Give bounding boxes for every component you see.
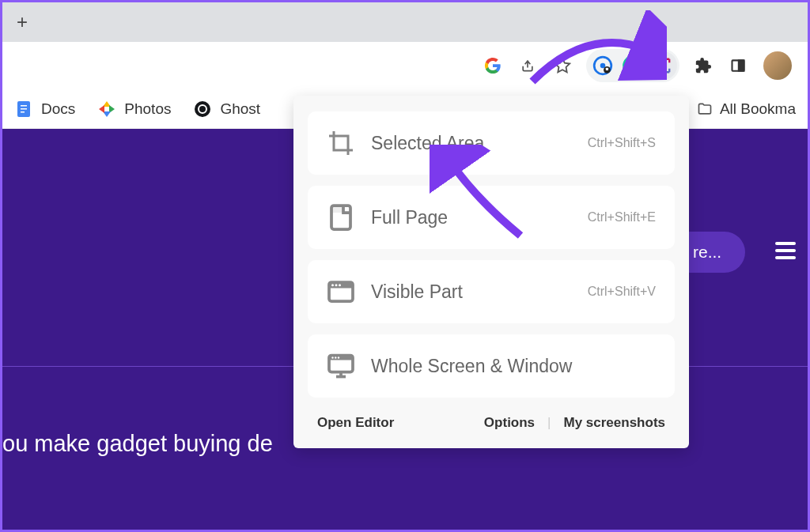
svg-point-21 (339, 284, 341, 286)
svg-point-2 (600, 63, 606, 69)
bookmark-star-button[interactable] (547, 50, 578, 81)
whole-screen-item[interactable]: Whole Screen & Window (308, 334, 675, 398)
svg-rect-8 (739, 60, 744, 70)
side-panel-button[interactable] (722, 50, 754, 81)
new-tab-button[interactable]: + (10, 8, 34, 36)
bookmark-docs[interactable]: Docs (14, 100, 75, 119)
tab-strip: + (2, 2, 808, 42)
svg-rect-10 (21, 105, 27, 107)
full-page-shortcut: Ctrl+Shift+E (588, 210, 656, 224)
svg-point-6 (660, 63, 665, 68)
share-button[interactable] (512, 50, 543, 81)
visible-part-label: Visible Part (371, 281, 572, 303)
all-bookmarks-button[interactable]: All Bookma (696, 100, 796, 118)
svg-point-24 (331, 357, 333, 358)
svg-rect-16 (331, 206, 343, 213)
full-page-label: Full Page (371, 207, 572, 228)
svg-rect-4 (606, 68, 608, 70)
all-bookmarks-label: All Bookma (720, 100, 796, 118)
bookmark-ghost[interactable]: Ghost (193, 100, 260, 119)
docs-icon (14, 100, 33, 119)
svg-point-25 (335, 357, 336, 358)
separator: | (547, 415, 551, 431)
ghost-icon (193, 100, 212, 119)
window-icon (327, 277, 355, 306)
whole-screen-label: Whole Screen & Window (371, 356, 656, 377)
dropdown-footer: Open Editor Options | My screenshots (308, 409, 675, 432)
svg-marker-0 (555, 58, 570, 72)
extensions-group (586, 49, 679, 82)
headline-text: ou make gadget buying de (2, 431, 273, 457)
visible-part-shortcut: Ctrl+Shift+V (588, 285, 656, 299)
crop-icon (327, 129, 355, 157)
extension-1[interactable] (589, 51, 617, 80)
google-button[interactable] (477, 50, 509, 81)
svg-point-5 (623, 55, 643, 76)
visible-part-item[interactable]: Visible Part Ctrl+Shift+V (308, 260, 675, 323)
svg-point-13 (195, 101, 210, 117)
bookmark-ghost-label: Ghost (220, 100, 260, 118)
page-icon (327, 203, 355, 232)
open-editor-link[interactable]: Open Editor (317, 415, 394, 431)
selected-area-item[interactable]: Selected Area Ctrl+Shift+S (308, 111, 675, 175)
svg-point-26 (338, 357, 339, 358)
svg-point-19 (331, 284, 334, 286)
profile-avatar[interactable] (763, 51, 792, 80)
more-label: re... (693, 243, 721, 261)
options-link[interactable]: Options (484, 415, 535, 431)
bookmark-photos[interactable]: Photos (97, 100, 171, 119)
svg-rect-11 (21, 108, 27, 110)
extension-2[interactable] (619, 51, 647, 80)
browser-toolbar (2, 42, 808, 89)
folder-icon (696, 101, 713, 117)
selected-area-shortcut: Ctrl+Shift+S (588, 136, 656, 150)
menu-button[interactable] (775, 238, 796, 263)
screenshot-extension[interactable] (649, 51, 677, 80)
screenshot-dropdown: Selected Area Ctrl+Shift+S Full Page Ctr… (293, 96, 689, 448)
bookmark-docs-label: Docs (41, 100, 75, 118)
svg-point-20 (335, 284, 338, 286)
my-screenshots-link[interactable]: My screenshots (564, 415, 666, 431)
monitor-icon (327, 352, 355, 380)
selected-area-label: Selected Area (371, 133, 572, 154)
bookmark-photos-label: Photos (124, 100, 171, 118)
svg-rect-12 (21, 111, 25, 113)
extensions-button[interactable] (687, 50, 719, 81)
photos-icon (97, 100, 116, 119)
full-page-item[interactable]: Full Page Ctrl+Shift+E (308, 186, 675, 249)
